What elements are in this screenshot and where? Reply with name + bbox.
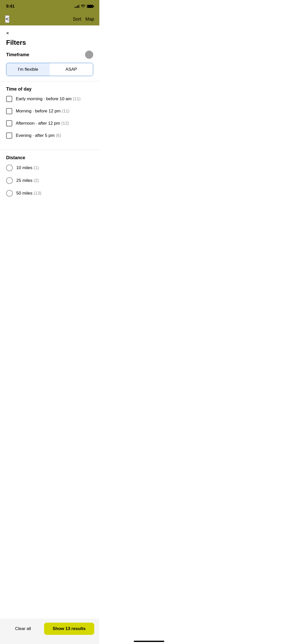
- status-icons: [75, 4, 93, 9]
- distance-label: Distance: [6, 155, 25, 160]
- time-of-day-section: Time of day Early morning · before 10 am…: [0, 86, 99, 150]
- distance-header: Distance: [6, 155, 93, 160]
- close-button[interactable]: ×: [6, 31, 9, 36]
- 10miles-item[interactable]: 10 miles (1): [6, 165, 93, 171]
- timeframe-header: Timeframe: [6, 51, 93, 59]
- 25miles-label: 25 miles (2): [16, 178, 39, 183]
- signal-icon: [75, 5, 79, 8]
- 25miles-radio[interactable]: [6, 177, 13, 184]
- sheet-title: Filters: [6, 39, 93, 47]
- morning-checkbox[interactable]: [6, 108, 12, 114]
- distance-section: Distance 10 miles (1) 25 miles (2) 50 mi…: [0, 155, 99, 208]
- status-bar: 9:41: [0, 0, 99, 13]
- 50miles-label: 50 miles (13): [16, 191, 41, 196]
- status-time: 9:41: [6, 4, 15, 9]
- timeframe-section: Timeframe I'm flexible ASAP: [0, 51, 99, 81]
- 10miles-label: 10 miles (1): [16, 165, 39, 170]
- morning-item[interactable]: Morning · before 12 pm (11): [6, 108, 93, 114]
- afternoon-label: Afternoon · after 12 pm (12): [16, 121, 69, 126]
- back-button[interactable]: <: [5, 15, 9, 23]
- timeframe-label: Timeframe: [6, 52, 29, 57]
- nav-actions: Sort Map: [73, 17, 94, 22]
- battery-icon: [87, 5, 93, 8]
- wifi-icon: [81, 4, 85, 9]
- time-of-day-header: Time of day: [6, 86, 93, 92]
- asap-button[interactable]: ASAP: [50, 63, 93, 76]
- map-button[interactable]: Map: [85, 17, 94, 22]
- early-morning-item[interactable]: Early morning · before 10 am (11): [6, 96, 93, 102]
- 25miles-item[interactable]: 25 miles (2): [6, 177, 93, 184]
- sort-button[interactable]: Sort: [73, 17, 81, 22]
- divider-1: [0, 81, 99, 81]
- evening-checkbox[interactable]: [6, 133, 12, 139]
- sheet-header: × Filters: [0, 25, 99, 51]
- 50miles-item[interactable]: 50 miles (13): [6, 190, 93, 197]
- time-of-day-label: Time of day: [6, 86, 32, 92]
- morning-label: Morning · before 12 pm (11): [16, 109, 70, 114]
- divider-2: [0, 150, 99, 150]
- 10miles-radio[interactable]: [6, 165, 13, 171]
- flexible-button[interactable]: I'm flexible: [6, 63, 50, 76]
- evening-label: Evening · after 5 pm (6): [16, 133, 61, 138]
- afternoon-item[interactable]: Afternoon · after 12 pm (12): [6, 120, 93, 126]
- 50miles-radio[interactable]: [6, 190, 13, 197]
- afternoon-checkbox[interactable]: [6, 120, 12, 126]
- early-morning-label: Early morning · before 10 am (11): [16, 96, 80, 101]
- filter-sheet: × Filters Timeframe I'm flexible ASAP Ti…: [0, 25, 99, 233]
- bottom-spacer: [0, 208, 99, 233]
- timeframe-toggle-dot: [85, 51, 93, 59]
- timeframe-toggle-group: I'm flexible ASAP: [6, 63, 93, 76]
- nav-bar: < Sort Map: [0, 13, 99, 25]
- evening-item[interactable]: Evening · after 5 pm (6): [6, 133, 93, 139]
- early-morning-checkbox[interactable]: [6, 96, 12, 102]
